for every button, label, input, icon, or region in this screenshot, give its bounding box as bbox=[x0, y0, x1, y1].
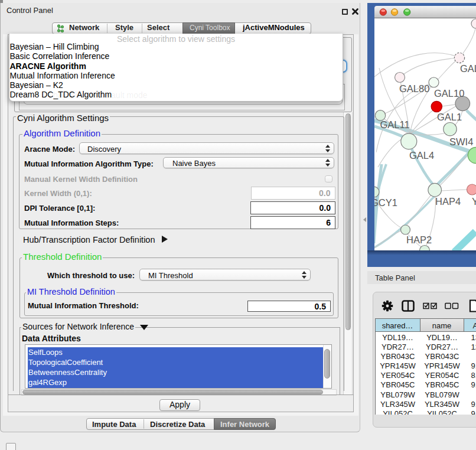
svg-text:GCY1: GCY1 bbox=[374, 197, 397, 208]
svg-text:GAL10: GAL10 bbox=[434, 88, 464, 99]
svg-text:YJ: YJ bbox=[472, 196, 476, 207]
svg-text:HAP4: HAP4 bbox=[435, 196, 461, 207]
svg-text:HAP2: HAP2 bbox=[406, 234, 432, 245]
svg-text:GAL80: GAL80 bbox=[399, 83, 429, 94]
svg-text:GAL4: GAL4 bbox=[409, 150, 434, 161]
svg-text:GAL11: GAL11 bbox=[380, 119, 410, 130]
svg-text:SWI4: SWI4 bbox=[449, 136, 473, 147]
svg-text:GAL8: GAL8 bbox=[460, 63, 476, 74]
svg-text:GAL1: GAL1 bbox=[437, 112, 462, 122]
